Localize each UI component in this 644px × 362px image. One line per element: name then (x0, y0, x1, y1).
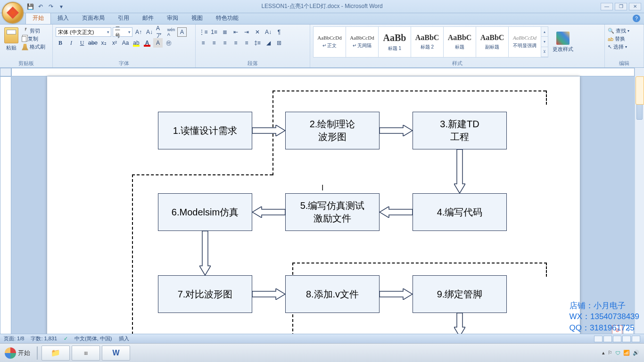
multilevel-button[interactable]: ≣ (220, 27, 230, 37)
copy-icon (22, 36, 26, 42)
taskbar-word[interactable]: W (102, 346, 130, 361)
group-font: 宋体 (中文正文) 二号 A↑ A↓ Aア wénA A B I U abe x… (53, 25, 196, 67)
paste-icon (4, 27, 18, 43)
justify-button[interactable]: ≡ (231, 38, 240, 48)
tray-flag-icon[interactable]: ⚐ (608, 350, 612, 356)
superscript-button[interactable]: x² (110, 38, 119, 48)
align-left-button[interactable]: ≡ (198, 38, 208, 48)
indent-increase-button[interactable]: ⇥ (242, 27, 251, 37)
status-page[interactable]: 页面: 1/8 (4, 335, 24, 342)
replace-button[interactable]: ab替换 (608, 35, 641, 42)
paste-button[interactable]: 粘贴 (3, 25, 20, 51)
copy-button[interactable]: 复制 (22, 35, 45, 42)
style-heading1[interactable]: AaBb标题 1 (378, 26, 411, 58)
view-print-button[interactable] (594, 336, 603, 342)
tab-insert[interactable]: 插入 (51, 12, 75, 24)
borders-button[interactable]: ⊞ (274, 38, 284, 48)
sort-button[interactable]: A↓ (264, 27, 273, 37)
side-tab-1[interactable] (636, 76, 644, 105)
grow-font-button[interactable]: A↑ (134, 27, 143, 37)
shading-button[interactable]: ◢ (264, 38, 273, 48)
style-normal[interactable]: AaBbCcDd↵ 正文 (313, 26, 346, 58)
close-button[interactable]: ✕ (629, 3, 641, 10)
view-draft-button[interactable] (632, 336, 640, 342)
help-icon[interactable]: ? (633, 15, 640, 22)
status-lang[interactable]: 中文(简体, 中国) (74, 335, 112, 342)
taskbar: 开始 📁 ▦ W ▴ ⚐ 🛡 📶 🔊 (0, 343, 644, 362)
underline-button[interactable]: U (77, 38, 87, 48)
tab-special[interactable]: 特色功能 (209, 12, 245, 24)
phonetic-button[interactable]: wénA (166, 27, 176, 37)
format-painter-button[interactable]: 格式刷 (22, 43, 45, 50)
taskbar-explorer[interactable]: 📁 (41, 346, 70, 361)
tray-network-icon[interactable]: 📶 (623, 350, 630, 356)
style-title[interactable]: AaBbC标题 (443, 26, 476, 58)
tab-home[interactable]: 开始 (25, 12, 51, 24)
change-case-button[interactable]: Aa (121, 38, 130, 48)
shrink-font-button[interactable]: A↓ (145, 27, 154, 37)
font-size-dropdown[interactable]: 二号 (113, 27, 132, 37)
distribute-button[interactable]: ≡ (242, 38, 251, 48)
tab-layout[interactable]: 页面布局 (75, 12, 111, 24)
restore-button[interactable]: ❐ (615, 3, 627, 10)
redo-icon[interactable]: ↷ (47, 3, 55, 10)
font-name-dropdown[interactable]: 宋体 (中文正文) (56, 27, 111, 37)
asian-layout-button[interactable]: ✕ (253, 27, 262, 37)
tray-chevron-icon[interactable]: ▴ (602, 350, 605, 356)
qat-dropdown-icon[interactable]: ▾ (58, 3, 65, 10)
status-proof-icon[interactable]: ✓ (64, 336, 68, 342)
tab-view[interactable]: 视图 (185, 12, 209, 24)
clear-format-button[interactable]: Aア (156, 27, 165, 37)
subscript-button[interactable]: x₂ (99, 38, 108, 48)
folder-icon: 📁 (51, 348, 60, 357)
italic-button[interactable]: I (66, 38, 76, 48)
view-outline-button[interactable] (622, 336, 631, 342)
find-button[interactable]: 🔍查找▾ (608, 27, 641, 34)
flow-box-9: 9.绑定管脚 (413, 275, 507, 313)
tray-volume-icon[interactable]: 🔊 (633, 350, 639, 356)
tab-review[interactable]: 审阅 (160, 12, 185, 24)
style-subtle[interactable]: AaBbCcDd不明显强调 (508, 26, 541, 58)
char-border-button[interactable]: A (177, 27, 187, 37)
font-color-button[interactable]: A (142, 38, 152, 48)
dash-line (546, 90, 547, 105)
undo-icon[interactable]: ↶ (37, 3, 44, 10)
page[interactable]: 1.读懂设计需求 2.绘制理论波形图 3.新建TD工程 6.Modelsim仿真… (47, 76, 580, 335)
styles-gallery-more[interactable]: ▴▾⊻ (541, 26, 548, 58)
align-right-button[interactable]: ≡ (220, 38, 230, 48)
highlight-button[interactable]: ab (132, 38, 141, 48)
char-shading-button[interactable]: A (153, 38, 163, 48)
indent-decrease-button[interactable]: ⇤ (231, 27, 240, 37)
scrollbar-vertical[interactable] (635, 68, 644, 335)
minimize-button[interactable]: — (601, 3, 613, 10)
ruler-horizontal[interactable] (11, 68, 635, 76)
style-subtitle[interactable]: AaBbC副标题 (476, 26, 509, 58)
office-button[interactable] (2, 2, 24, 24)
tray-shield-icon[interactable]: 🛡 (615, 350, 620, 356)
style-nospacing[interactable]: AaBbCcDd↵ 无间隔 (346, 26, 379, 58)
flow-box-2: 2.绘制理论波形图 (285, 112, 380, 149)
style-heading2[interactable]: AaBbC标题 2 (411, 26, 444, 58)
select-button[interactable]: ↖选择▾ (608, 43, 641, 50)
show-marks-button[interactable]: ¶ (274, 27, 284, 37)
save-icon[interactable]: 💾 (26, 3, 34, 10)
enclose-char-button[interactable]: ㊕ (164, 38, 173, 48)
start-button[interactable]: 开始 (0, 344, 35, 362)
bold-button[interactable]: B (56, 38, 65, 48)
view-fullscreen-button[interactable] (603, 336, 612, 342)
change-styles-button[interactable]: 更改样式 (551, 26, 575, 58)
view-web-button[interactable] (613, 336, 621, 342)
ruler-corner (0, 68, 11, 76)
line-spacing-button[interactable]: ‡≡ (253, 38, 262, 48)
status-words[interactable]: 字数: 1,831 (31, 335, 57, 342)
numbering-button[interactable]: 1≡ (209, 27, 219, 37)
status-mode[interactable]: 插入 (119, 335, 129, 342)
strike-button[interactable]: abe (88, 38, 98, 48)
tab-references[interactable]: 引用 (111, 12, 136, 24)
ruler-vertical[interactable] (0, 76, 11, 335)
tab-mailings[interactable]: 邮件 (136, 12, 160, 24)
align-center-button[interactable]: ≡ (209, 38, 219, 48)
cut-button[interactable]: 剪切 (22, 27, 45, 34)
taskbar-app2[interactable]: ▦ (72, 346, 100, 361)
bullets-button[interactable]: ⋮≡ (198, 27, 208, 37)
